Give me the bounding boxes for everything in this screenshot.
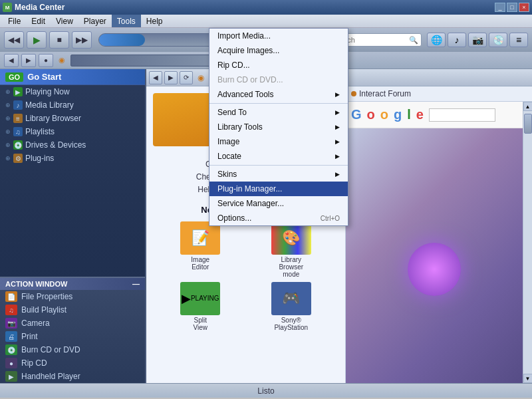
disc-icon-btn[interactable]: 💿 [489,33,507,47]
feature-playstation: 🎮 Sony®PlayStation [248,282,335,331]
interact-image [346,128,523,383]
menu-image[interactable]: Image ▶ [209,134,348,149]
fwd-button[interactable]: ▶ [21,54,36,67]
build-playlist-icon: ♫ [5,305,17,315]
prev-button[interactable]: ◀◀ [4,31,24,49]
menu-tools[interactable]: Tools [112,15,141,27]
menu-view[interactable]: View [51,15,78,27]
sidebar-item-plugins[interactable]: ⊕ ⚙ Plug-ins [0,152,145,165]
rip-cd-icon: ● [5,358,17,368]
menu-help[interactable]: Help [141,15,168,27]
list-icon-btn[interactable]: ≡ [509,33,528,47]
titlebar: M Media Center _ □ × [0,0,532,15]
burn-cd-icon: 💿 [5,344,17,355]
right-pane: Interact Forum G o o g l e [346,86,532,383]
camera-icon-btn[interactable]: 📷 [468,33,487,47]
content-back-btn[interactable]: ◀ [149,71,162,84]
app-icon: M [3,3,12,12]
close-button[interactable]: × [519,3,529,12]
action-collapse-icon[interactable]: — [132,280,140,288]
menu-locate[interactable]: Locate ▶ [209,149,348,164]
google-logo-o2: o [380,107,388,122]
next-button[interactable]: ▶▶ [72,31,92,49]
search-icon[interactable]: 🔍 [409,36,418,45]
submenu-arrow: ▶ [335,124,340,130]
right-content: G o o g l e MEDIA CENTER 11 releas [346,102,523,383]
menu-skins[interactable]: Skins ▶ [209,167,348,182]
action-handheld-player[interactable]: ▶ Handheld Player [0,370,145,383]
menu-service-manager[interactable]: Service Manager... [209,196,348,211]
menubar: File Edit View Player Tools Help [0,15,532,28]
statusbar: Listo [0,383,532,398]
action-build-playlist[interactable]: ♫ Build Playlist [0,303,145,317]
google-logo-e: e [416,107,424,122]
nav-label-media-library: Media Library [25,100,74,110]
nav-label-plugins: Plug-ins [25,154,54,163]
nav-section: ⊕ ▶ Playing Now ⊕ ♪ Media Library ⊕ ≡ Li… [0,85,145,277]
globe-icon-btn[interactable]: 🌐 [427,33,446,47]
menu-plugin-manager[interactable]: Plug-in Manager... [209,182,348,196]
stop-button[interactable]: ■ [49,31,69,49]
music-icon-btn[interactable]: ♪ [448,33,466,47]
menu-options[interactable]: Options... Ctrl+O [209,211,348,225]
google-search-input[interactable] [429,108,495,122]
google-logo-o1: o [367,107,375,122]
scroll-thumb[interactable] [524,114,532,134]
sidebar-item-drives-devices[interactable]: ⊕ 💿 Drives & Devices [0,138,145,152]
image-editor-icon: 📝 [180,221,220,255]
menu-acquire-images[interactable]: Acquire Images... [209,43,348,58]
submenu-arrow: ▶ [335,109,340,116]
expand-icon: ⊕ [5,155,11,162]
handheld-player-icon: ▶ [5,371,17,382]
expand-icon: ⊕ [5,102,11,108]
submenu-arrow: ▶ [335,171,340,178]
scroll-down-btn[interactable]: ▼ [523,374,533,383]
action-print[interactable]: 🖨 Print [0,330,145,343]
menu-player[interactable]: Player [78,15,112,27]
menu-send-to[interactable]: Send To ▶ [209,105,348,120]
library-browser-icon: ≡ [13,114,23,123]
menu-file[interactable]: File [3,15,26,27]
action-camera[interactable]: 📷 Camera [0,317,145,330]
menu-edit[interactable]: Edit [26,15,51,27]
feature-library-browser: 🎨 LibraryBrowsermode [248,221,335,278]
content-refresh-btn[interactable]: ⟳ [180,71,193,84]
playstation-icon: 🎮 [271,282,311,315]
menu-rip-cd[interactable]: Rip CD... [209,58,348,72]
playlists-icon: ♫ [13,127,23,136]
menu-import-media[interactable]: Import Media... [209,29,348,43]
sidebar-item-library-browser[interactable]: ⊕ ≡ Library Browser [0,112,145,125]
sidebar-item-playing-now[interactable]: ⊕ ▶ Playing Now [0,85,145,98]
content-fwd-btn[interactable]: ▶ [164,71,178,84]
submenu-arrow: ▶ [335,91,340,98]
titlebar-controls[interactable]: _ □ × [495,3,529,12]
action-rip-cd[interactable]: ● Rip CD [0,356,145,370]
media-library-icon: ♪ [13,100,23,110]
dot-button[interactable]: ● [39,54,53,67]
feature-image-editor: 📝 ImageEditor [157,221,244,278]
feature-split-view: ▶PLAYING SplitView [157,282,244,331]
glow-visual [408,243,461,296]
action-file-properties[interactable]: 📄 File Properties [0,290,145,303]
nav-label-drives-devices: Drives & Devices [25,140,86,150]
menu-library-tools[interactable]: Library Tools ▶ [209,120,348,134]
maximize-button[interactable]: □ [507,3,517,12]
sidebar-item-playlists[interactable]: ⊕ ♫ Playlists [0,125,145,138]
drives-devices-icon: 💿 [13,140,23,150]
right-scrollbar[interactable]: ▲ ▼ [523,102,532,383]
go-badge: GO [5,72,23,82]
google-logo-g: G [351,107,362,122]
menu-burn-cd[interactable]: Burn CD or DVD... [209,72,348,87]
sidebar-item-media-library[interactable]: ⊕ ♪ Media Library [0,98,145,112]
scroll-up-btn[interactable]: ▲ [523,102,533,111]
print-icon: 🖨 [5,331,17,342]
menu-separator-2 [209,165,348,166]
action-burn-cd[interactable]: 💿 Burn CD or DVD [0,343,145,356]
go-start-item[interactable]: GO Go Start [0,69,145,85]
minimize-button[interactable]: _ [495,3,505,12]
back-button[interactable]: ◀ [4,54,19,67]
menu-advanced-tools[interactable]: Advanced Tools ▶ [209,87,348,102]
play-button[interactable]: ▶ [27,31,47,49]
options-shortcut: Ctrl+O [321,215,340,222]
tools-menu[interactable]: Import Media... Acquire Images... Rip CD… [209,28,348,226]
